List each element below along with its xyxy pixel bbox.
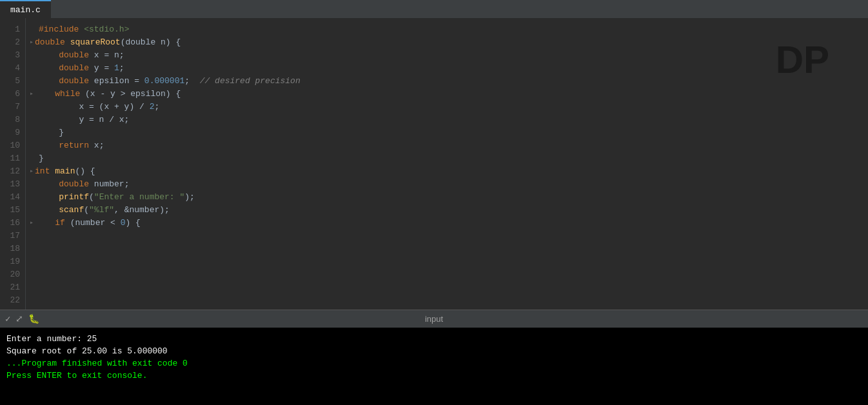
code-line: double y = 1; <box>34 62 860 75</box>
toolbar-title: input <box>425 314 443 324</box>
console-line: Enter a number: 25 <box>6 333 862 345</box>
code-line: double x = n; <box>34 49 860 62</box>
code-line: ▸ while (x - y > epsilon) { <box>34 88 860 101</box>
console-line: Square root of 25.00 is 5.000000 <box>6 345 862 357</box>
console-line: ...Program finished with exit code 0 <box>6 357 862 370</box>
toolbar-icons: ✓ ⤢ 🐛 <box>5 313 39 324</box>
code-line: ▸ if (number < 0) { <box>34 217 860 230</box>
code-line: double number; <box>34 178 860 191</box>
code-line: #include <stdio.h> <box>34 23 860 36</box>
code-line: printf("Enter a number: "); <box>34 191 860 204</box>
tab-label: main.c <box>10 5 41 15</box>
tab-main-c[interactable]: main.c <box>0 0 51 18</box>
code-line: x = (x + y) / 2; <box>34 101 860 114</box>
editor-area: 12345678910111213141516171819202122 #inc… <box>0 18 868 310</box>
code-line: return x; <box>34 139 860 152</box>
check-icon[interactable]: ✓ <box>5 313 10 324</box>
debug-icon[interactable]: 🐛 <box>28 313 39 324</box>
code-line: } <box>34 152 860 165</box>
code-line: y = n / x; <box>34 114 860 126</box>
bottom-toolbar: ✓ ⤢ 🐛 input <box>0 310 868 328</box>
expand-icon[interactable]: ⤢ <box>15 313 23 324</box>
code-line: ▸double squareRoot(double n) { <box>34 36 860 49</box>
console-line: Press ENTER to exit console. <box>6 370 862 382</box>
tab-bar: main.c <box>0 0 868 18</box>
code-line: ▸int main() { <box>34 165 860 178</box>
line-numbers: 12345678910111213141516171819202122 <box>0 18 26 310</box>
code-line: double epsilon = 0.000001; // desired pr… <box>34 75 860 88</box>
code-content[interactable]: #include <stdio.h>▸double squareRoot(dou… <box>26 18 868 310</box>
code-line: } <box>34 126 860 139</box>
code-line: scanf("%lf", &number); <box>34 204 860 217</box>
console-area[interactable]: Enter a number: 25Square root of 25.00 i… <box>0 328 868 405</box>
